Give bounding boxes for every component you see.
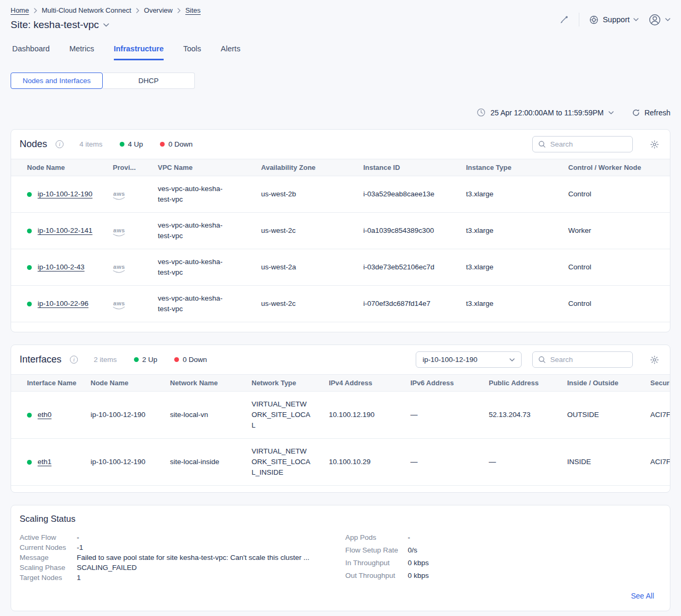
col-node-name[interactable]: Node Name [80,375,159,392]
inside-outside-cell: OUTSIDE [557,392,640,439]
kv-label: In Throughput [345,559,408,567]
instance-type-cell: t3.xlarge [455,249,558,286]
gear-icon[interactable] [650,140,659,149]
col-network-name[interactable]: Network Name [159,375,241,392]
ipv6-cell: — [400,392,478,439]
nodes-card-header: Nodes i 4 items 4 Up 0 Down [11,130,670,159]
info-icon[interactable]: i [70,356,78,364]
instance-type-cell: t3.xlarge [455,213,558,249]
page: Home Multi-Cloud Network Connect Overvie… [0,0,681,616]
support-lifebuoy-icon [589,15,599,25]
interfaces-search-input[interactable] [550,356,627,364]
az-cell: us-west-2a [250,249,353,286]
interface-link[interactable]: eth0 [38,410,51,420]
kv-target-nodes: Target Nodes 1 [20,574,345,582]
tab-dashboard[interactable]: Dashboard [12,44,50,60]
col-control-worker[interactable]: Control / Worker Node [558,159,670,176]
see-all-link[interactable]: See All [631,592,654,600]
search-icon [538,356,546,364]
breadcrumb-home[interactable]: Home [11,6,29,14]
aws-provider-logo: aws [113,191,126,201]
scaling-status-content: Active Flow - Current Nodes -1 Message F… [20,533,661,584]
kv-label: Flow Setup Rate [345,546,408,554]
info-icon[interactable]: i [56,140,64,148]
col-availability-zone[interactable]: Availability Zone [250,159,353,176]
breadcrumb-sites[interactable]: Sites [185,6,201,14]
subtab-dhcp[interactable]: DHCP [103,73,195,89]
col-instance-id[interactable]: Instance ID [353,159,455,176]
tab-alerts[interactable]: Alerts [221,44,240,60]
node-link[interactable]: ip-10-100-22-96 [38,298,88,309]
table-row: eth1 ip-10-100-12-190 site-local-inside … [11,439,670,486]
kv-label: Active Flow [20,533,77,541]
col-public-address[interactable]: Public Address [478,375,557,392]
table-row: ip-10-100-22-96 aws ves-vpc-auto-kesha-t… [11,286,670,322]
kv-current-nodes: Current Nodes -1 [20,543,345,551]
kv-label: App Pods [345,533,408,541]
kv-value: - [77,533,79,541]
nodes-card: Nodes i 4 items 4 Up 0 Down [11,129,670,332]
col-network-type[interactable]: Network Type [241,375,318,392]
aws-provider-logo: aws [113,264,126,274]
col-security[interactable]: Security [640,375,670,392]
tab-metrics[interactable]: Metrics [69,44,94,60]
interfaces-up-legend: 2 Up [134,356,158,364]
interface-status-dot [27,413,32,418]
table-row: ip-10-100-22-141 aws ves-vpc-auto-kesha-… [11,213,670,249]
kv-value: -1 [77,543,83,551]
node-filter-dropdown[interactable]: ip-10-100-12-190 [416,351,522,368]
kv-flow-setup-rate: Flow Setup Rate 0/s [345,546,429,554]
role-cell: Control [558,286,670,322]
col-provider[interactable]: Provi... [102,159,147,176]
kv-label: Scaling Phase [20,564,77,572]
col-inside-outside[interactable]: Inside / Outside [557,375,640,392]
refresh-button[interactable]: Refresh [632,108,670,117]
clock-icon [477,108,486,117]
account-menu[interactable] [648,13,670,26]
chevron-down-icon [608,111,614,114]
col-vpc-name[interactable]: VPC Name [147,159,250,176]
col-interface-name[interactable]: Interface Name [11,375,80,392]
chevron-down-icon [509,358,515,361]
public-address-cell: 52.13.204.73 [478,392,557,439]
vpc-name-cell: ves-vpc-auto-kesha-test-vpc [147,249,250,286]
subtab-nodes-and-interfaces[interactable]: Nodes and Interfaces [11,73,103,89]
tab-tools[interactable]: Tools [183,44,201,60]
kv-value: 0 kbps [408,559,429,567]
interface-link[interactable]: eth1 [38,457,51,467]
topbar-left: Home Multi-Cloud Network Connect Overvie… [11,5,201,31]
support-menu[interactable]: Support [589,15,639,25]
interfaces-search[interactable] [532,351,633,368]
time-toolbar: 25 Apr 12:00:00AM to 11:59:59PM Refresh [11,108,670,117]
nodes-table-header-row: Node Name Provi... VPC Name Availability… [11,159,670,176]
node-link[interactable]: ip-10-100-2-43 [38,262,85,273]
col-ipv6-address[interactable]: IPv6 Address [400,375,478,392]
date-range-label: 25 Apr 12:00:00AM to 11:59:59PM [490,108,604,117]
refresh-label: Refresh [644,108,670,117]
nodes-down-legend: 0 Down [160,140,193,148]
nodes-up-label: 4 Up [128,140,144,148]
breadcrumb-overview[interactable]: Overview [144,6,173,14]
col-ipv4-address[interactable]: IPv4 Address [318,375,400,392]
tab-infrastructure[interactable]: Infrastructure [114,44,164,60]
col-instance-type[interactable]: Instance Type [455,159,558,176]
subtab-bar: Nodes and Interfaces DHCP [11,73,670,89]
interfaces-down-label: 0 Down [183,356,207,364]
nodes-down-label: 0 Down [168,140,193,148]
instance-id-cell: i-03a529eab8caee13e [353,176,455,213]
node-link[interactable]: ip-10-100-22-141 [38,225,93,236]
col-node-name[interactable]: Node Name [11,159,102,176]
refresh-icon [632,108,640,117]
scaling-status-card: Scaling Status Active Flow - Current Nod… [11,505,670,611]
theme-brush-icon[interactable] [558,14,569,25]
node-link[interactable]: ip-10-100-12-190 [38,189,93,200]
chevron-down-icon[interactable] [103,23,109,27]
chevron-right-icon [177,8,181,13]
date-range-picker[interactable]: 25 Apr 12:00:00AM to 11:59:59PM [477,108,614,117]
green-status-dot [120,142,124,147]
breadcrumb-mcn[interactable]: Multi-Cloud Network Connect [42,6,131,14]
gear-icon[interactable] [650,355,659,365]
nodes-search[interactable] [532,136,633,152]
nodes-search-input[interactable] [550,140,627,148]
node-name-cell: ip-10-100-12-190 [80,439,159,486]
